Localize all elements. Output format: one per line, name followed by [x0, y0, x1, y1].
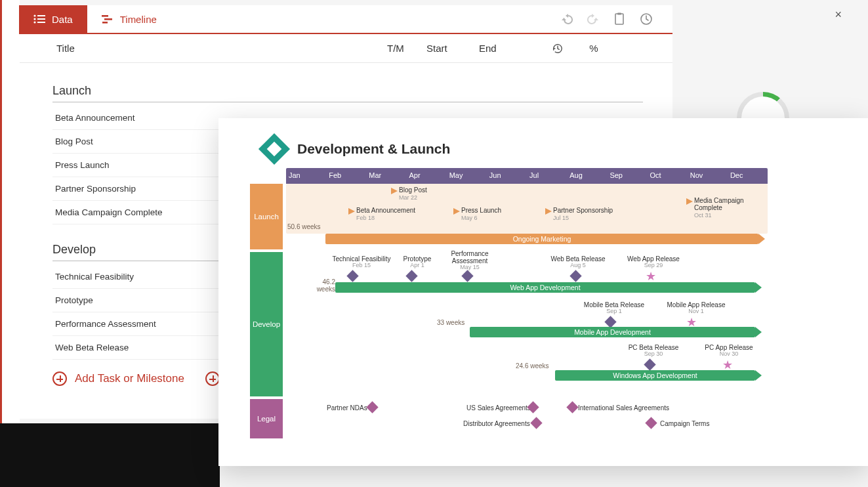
ms-proto: PrototypeApr 1 — [394, 255, 440, 269]
band-pc: Windows App Development — [555, 370, 755, 381]
col-history-icon — [538, 43, 577, 54]
diamond-icon — [346, 270, 358, 282]
col-end: End — [479, 43, 538, 54]
ms-tech: Technical FeasibilityFeb 15 — [332, 255, 391, 269]
col-percent: % — [577, 43, 610, 54]
column-headers: Title T/M Start End % — [20, 34, 672, 63]
tab-timeline[interactable]: Timeline — [87, 5, 171, 33]
months-header: JanFebMar AprMayJun JulAugSep OctNovDec — [286, 168, 768, 184]
diamond-icon — [569, 270, 581, 282]
redo-icon[interactable] — [587, 13, 599, 25]
legal-dist: Distributor Agreements — [463, 420, 530, 427]
diamond-icon — [405, 270, 417, 282]
svg-rect-8 — [102, 22, 108, 24]
col-tm: T/M — [387, 43, 426, 54]
tab-timeline-label: Timeline — [120, 14, 157, 25]
svg-rect-3 — [37, 18, 45, 20]
lane-legal: Legal — [250, 399, 283, 438]
col-title: Title — [20, 43, 387, 54]
legal-intl: International Sales Agreements — [578, 404, 669, 412]
pc-weeks: 24.6 weeks — [516, 362, 549, 370]
ms-partner: Partner SponsorshipJul 15 — [545, 207, 613, 222]
svg-rect-6 — [102, 15, 108, 17]
ms-webbeta: Web Beta ReleaseAug 5 — [548, 255, 608, 269]
add-task-button[interactable]: Add Task or Milestone — [75, 372, 184, 385]
ms-media: Media Campaign CompleteOct 31 — [686, 197, 753, 219]
ms-beta: Beta AnnouncementFeb 18 — [348, 207, 415, 222]
diamond-icon — [645, 417, 657, 429]
legal-nda: Partner NDAs — [327, 404, 367, 412]
list-icon — [33, 14, 45, 24]
undo-icon[interactable] — [561, 13, 573, 25]
ms-pcbeta: PC Beta ReleaseSep 30 — [624, 344, 683, 358]
add-secondary-icon[interactable] — [205, 371, 220, 386]
band-web: Web App Development — [335, 282, 755, 293]
legal-camp: Campaign Terms — [660, 420, 709, 427]
diamond-icon — [644, 358, 655, 370]
tab-data[interactable]: Data — [19, 5, 87, 33]
tab-data-label: Data — [52, 14, 73, 25]
svg-point-2 — [33, 18, 35, 20]
lane-launch: Launch — [250, 184, 283, 249]
ms-blog: Blog PostMar 22 — [391, 186, 427, 201]
lane-develop: Develop — [250, 252, 283, 396]
timeline-preview: Development & Launch JanFebMar AprMayJun… — [218, 118, 868, 466]
svg-rect-9 — [615, 14, 623, 24]
col-start: Start — [426, 43, 479, 54]
history-icon[interactable] — [640, 12, 653, 26]
star-icon: ★ — [646, 270, 656, 282]
app-logo-icon — [258, 133, 290, 165]
svg-rect-7 — [104, 18, 112, 20]
close-icon[interactable]: × — [835, 8, 842, 22]
ms-perf: Performance AssessmentMay 15 — [444, 250, 496, 271]
ms-pcrel: PC App ReleaseNov 30 — [699, 344, 758, 358]
diamond-icon — [604, 316, 616, 328]
diamond-icon — [366, 401, 378, 413]
band-ongoing-marketing: Ongoing Marketing — [325, 234, 758, 244]
ms-webrel: Web App ReleaseSep 29 — [624, 255, 683, 269]
diamond-icon — [530, 417, 542, 429]
diamond-icon — [566, 401, 578, 413]
launch-weeks: 50.6 weeks — [287, 223, 321, 230]
preview-title: Development & Launch — [297, 141, 450, 157]
mobile-weeks: 33 weeks — [437, 319, 465, 326]
web-weeks: 46.2 weeks — [309, 278, 335, 293]
add-icon[interactable] — [52, 371, 67, 386]
legal-us: US Sales Agreements — [466, 404, 531, 412]
diamond-icon — [461, 270, 473, 282]
svg-point-4 — [33, 21, 35, 23]
svg-rect-1 — [37, 15, 45, 16]
svg-rect-10 — [617, 13, 621, 15]
ms-press: Press LaunchMay 6 — [453, 207, 501, 222]
ms-mobrel: Mobile App ReleaseNov 1 — [663, 301, 729, 315]
svg-rect-5 — [37, 22, 45, 23]
bars-icon — [102, 14, 114, 24]
star-icon: ★ — [722, 359, 733, 371]
group-launch-title: Launch — [52, 84, 643, 102]
clipboard-icon[interactable] — [613, 12, 625, 26]
band-mobile: Mobile App Development — [470, 327, 755, 337]
ms-mobbeta: Mobile Beta ReleaseSep 1 — [581, 301, 647, 315]
svg-point-0 — [33, 14, 35, 16]
